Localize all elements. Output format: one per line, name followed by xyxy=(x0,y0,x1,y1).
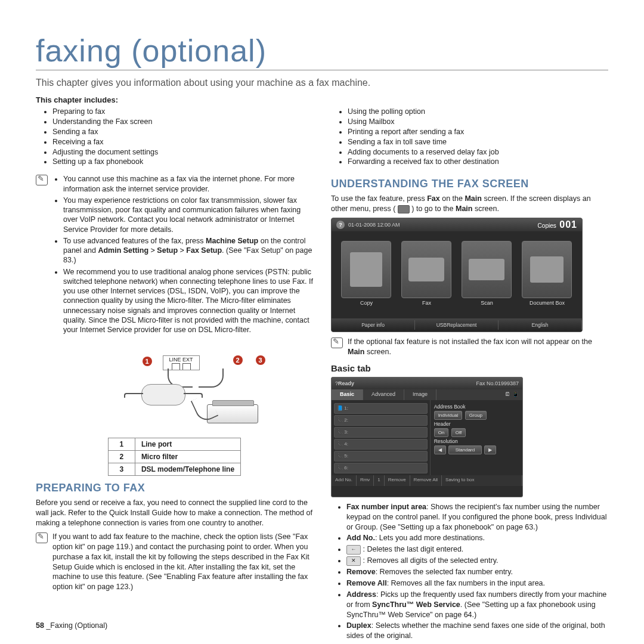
figure-title: Ready xyxy=(338,380,354,386)
feature-item: Fax number input area: Shows the recipie… xyxy=(346,502,608,532)
includes-label: This chapter includes: xyxy=(36,95,608,104)
list-item: Receiving a fax xyxy=(52,137,313,147)
figure-faxno: Fax No.01999387 xyxy=(476,380,519,386)
feature-item: Remove: Removes the selected fax number … xyxy=(346,567,608,577)
preparing-body: Before you send or receive a fax, you ne… xyxy=(36,498,313,528)
feature-item: Add No.: Lets you add more destinations. xyxy=(346,533,608,543)
understanding-heading: UNDERSTANDING THE FAX SCREEN xyxy=(331,178,608,190)
main-columns: You cannot use this machine as a fax via… xyxy=(36,172,608,642)
list-item: Setting up a fax phonebook xyxy=(52,157,313,167)
header-label: Header xyxy=(434,421,519,427)
figure-status: USBReplacement xyxy=(415,320,499,330)
document-page: faxing (optional) This chapter gives you… xyxy=(0,0,644,644)
callout-1: 1 xyxy=(143,357,152,366)
resolution-value: Standard xyxy=(448,445,482,454)
remove-button: Remove xyxy=(385,475,410,486)
legend-num: 3 xyxy=(108,463,135,476)
feature-item: ← : Deletes the last digit entered. xyxy=(346,544,608,555)
feature-item: Address: Picks up the frequently used fa… xyxy=(346,590,608,620)
fax-app-icon: Fax xyxy=(401,241,453,306)
note-block: You cannot use this machine as a fax via… xyxy=(36,174,313,340)
note-item: We recommend you to use traditional anal… xyxy=(63,267,313,335)
help-icon: ? xyxy=(336,221,345,229)
note-list: You cannot use this machine as a fax via… xyxy=(52,174,313,336)
copies-value: 001 xyxy=(559,219,577,230)
docbox-app-icon: Document Box xyxy=(522,241,573,306)
list-item: Adding documents to a reserved delay fax… xyxy=(348,147,608,157)
micro-filter-icon xyxy=(141,384,185,405)
legend-num: 2 xyxy=(108,451,135,463)
backspace-icon: ← xyxy=(346,545,361,555)
figure-status: Paper info xyxy=(332,320,415,330)
feature-item: Remove All: Removes all the fax numbers … xyxy=(346,578,608,589)
group-button: Group xyxy=(465,411,487,420)
right-column: UNDERSTANDING THE FAX SCREEN To use the … xyxy=(331,172,608,642)
legend-label: DSL modem/Telephone line xyxy=(141,465,234,473)
topics-columns: Preparing to fax Understanding the Fax s… xyxy=(36,107,608,172)
callout-3: 3 xyxy=(256,355,265,365)
main-screen-figure: ?01-01-2008 12:00 AM Copies 001 Copy Fax… xyxy=(331,218,583,332)
basic-tab-figure: ?Ready Fax No.01999387 Basic Advanced Im… xyxy=(331,377,523,497)
prev-button: ◀ xyxy=(434,445,446,454)
basic-tab-heading: Basic tab xyxy=(331,363,608,373)
tab-image: Image xyxy=(404,389,436,400)
addno-button: Add No. xyxy=(332,475,357,486)
list-item: Adjusting the document settings xyxy=(52,147,313,157)
footer-text: _Faxing (Optional) xyxy=(46,621,107,630)
home-icon xyxy=(398,205,410,213)
tab-advanced: Advanced xyxy=(363,389,404,400)
note-item: To use advanced features of the fax, pre… xyxy=(63,236,313,265)
wiring-diagram: 1 LINE EXT 2 3 xyxy=(73,345,276,434)
tab-basic: Basic xyxy=(332,389,363,400)
copy-app-icon: Copy xyxy=(341,241,392,306)
clear-icon: ✕ xyxy=(346,556,361,566)
legend-label: Micro filter xyxy=(141,453,178,461)
individual-button: Individual xyxy=(434,411,463,420)
topics-right: Using the polling option Using Mailbox P… xyxy=(331,107,608,167)
legend-num: 1 xyxy=(108,438,135,451)
list-item: Sending a fax xyxy=(52,127,313,137)
understanding-body: To use the fax feature, press Fax on the… xyxy=(331,194,608,214)
note-block: If you want to add fax feature to the ma… xyxy=(36,532,313,592)
figure-timestamp: 01-01-2008 12:00 AM xyxy=(348,222,400,228)
save-button: Saving to box xyxy=(442,475,522,486)
list-item: Understanding the Fax screen xyxy=(52,117,313,127)
off-button: Off xyxy=(451,428,466,437)
preparing-heading: PREPARING TO FAX xyxy=(36,482,313,494)
resolution-label: Resolution xyxy=(434,438,519,444)
topics-left: Preparing to fax Understanding the Fax s… xyxy=(36,107,313,167)
rmv-button: Rmv xyxy=(357,475,374,486)
callout-2: 2 xyxy=(233,355,243,365)
diagram-legend: 1 Line port 2 Micro filter 3 DSL modem/T… xyxy=(108,438,241,476)
understanding-note: If the optional fax feature is not insta… xyxy=(348,337,608,357)
list-item: Preparing to fax xyxy=(52,107,313,117)
scan-app-icon: Scan xyxy=(462,241,513,306)
note-icon xyxy=(331,338,343,348)
feature-item: ✕ : Removes all digits of the selected e… xyxy=(346,556,608,566)
addrbook-label: Address Book xyxy=(434,404,519,410)
figure-status: English xyxy=(499,320,582,330)
legend-label: Line port xyxy=(141,440,172,448)
note-icon xyxy=(36,175,48,185)
copies-label: Copies xyxy=(538,222,556,229)
note-item: You may experience restrictions on color… xyxy=(63,196,313,234)
chapter-intro: This chapter gives you information about… xyxy=(36,78,608,88)
list-item: Using Mailbox xyxy=(348,117,608,127)
on-button: On xyxy=(434,428,449,437)
feature-item: Duplex: Selects whether the machine send… xyxy=(346,621,608,641)
list-item: Printing a report after sending a fax xyxy=(348,127,608,137)
note-block: If the optional fax feature is not insta… xyxy=(331,337,608,357)
list-item: Using the polling option xyxy=(348,107,608,117)
chapter-title: faxing (optional) xyxy=(36,33,608,70)
list-item: Sending a fax in toll save time xyxy=(348,137,608,147)
note-icon xyxy=(36,532,48,543)
basic-tab-features: Fax number input area: Shows the recipie… xyxy=(331,502,608,641)
next-button: ▶ xyxy=(484,445,496,454)
line-ext-label: LINE EXT xyxy=(169,357,193,363)
removeall-button: Remove All xyxy=(410,475,442,486)
page-number: 58 xyxy=(36,621,44,630)
preparing-note: If you want to add fax feature to the ma… xyxy=(52,532,313,592)
note-item: You cannot use this machine as a fax via… xyxy=(63,174,313,194)
page-footer: 58 _Faxing (Optional) xyxy=(36,621,107,630)
left-column: You cannot use this machine as a fax via… xyxy=(36,172,313,642)
